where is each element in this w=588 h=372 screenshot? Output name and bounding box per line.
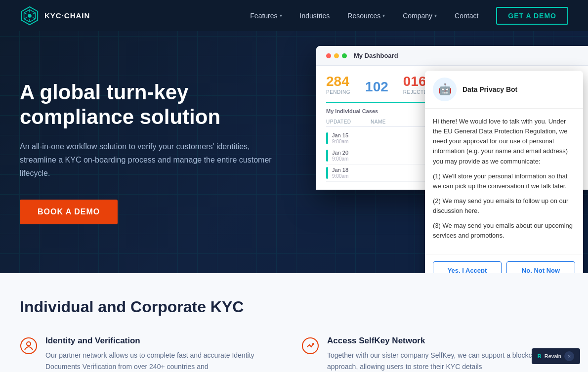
- feature-selfkey: Access SelfKey Network Together with our…: [301, 336, 568, 372]
- logo[interactable]: KYC·CHAIN: [20, 6, 90, 26]
- selfkey-icon: [301, 337, 319, 355]
- feature-identity-content: Identity and Verification Our partner ne…: [45, 336, 287, 372]
- chatbot-avatar: 🤖: [433, 78, 457, 101]
- nav-industries[interactable]: Industries: [300, 12, 330, 20]
- chat-para-2: (1) We'll store your personal informatio…: [433, 171, 575, 191]
- stat-label-pending: PENDING: [326, 89, 350, 95]
- identity-icon: [20, 337, 38, 355]
- chatbot-actions: Yes, I Accept No, Not Now: [425, 254, 583, 273]
- chatbot-info: Data Privacy Bot: [462, 85, 517, 93]
- svg-line-4: [33, 12, 35, 14]
- chevron-down-icon-resources: ▾: [382, 13, 385, 18]
- chatbot-name: Data Privacy Bot: [462, 85, 517, 93]
- svg-line-5: [33, 17, 35, 19]
- book-demo-button[interactable]: BOOK A DEMO: [20, 200, 118, 224]
- row-date-1: Jan 159:00am: [332, 132, 377, 144]
- row-indicator: [326, 167, 328, 179]
- revain-close-button[interactable]: ×: [564, 351, 574, 361]
- hero-section: A global turn-key compliance solution An…: [0, 31, 588, 273]
- stat-value-mid: 102: [365, 79, 388, 95]
- chatbot-widget: 🤖 Data Privacy Bot Hi there! We would lo…: [425, 71, 583, 273]
- logo-icon: [20, 6, 40, 26]
- feature-selfkey-title: Access SelfKey Network: [327, 336, 568, 346]
- section-title: Individual and Corporate KYC: [20, 298, 568, 316]
- navbar: KYC·CHAIN Features ▾ Industries Resource…: [0, 0, 588, 31]
- revain-icon: R: [538, 353, 542, 359]
- revain-badge: R Revain ×: [532, 348, 580, 364]
- revain-label: Revain: [545, 353, 561, 359]
- hero-title: A global turn-key compliance solution: [20, 80, 287, 130]
- nav-features[interactable]: Features ▾: [250, 12, 282, 20]
- row-indicator: [326, 150, 328, 162]
- svg-point-2: [28, 14, 32, 18]
- accept-button[interactable]: Yes, I Accept: [433, 261, 502, 273]
- svg-point-12: [312, 343, 314, 345]
- traffic-light-red: [326, 53, 331, 58]
- brand-name: KYC·CHAIN: [44, 11, 90, 20]
- stat-value-pending: 284: [326, 74, 350, 89]
- bot-icon: 🤖: [438, 83, 452, 96]
- nav-links: Features ▾ Industries Resources ▾ Compan…: [250, 7, 568, 25]
- chatbot-body: Hi there! We would love to talk with you…: [425, 109, 583, 254]
- chevron-down-icon: ▾: [280, 13, 282, 18]
- features-grid: Identity and Verification Our partner ne…: [20, 336, 568, 372]
- hero-subtitle: An all-in-one workflow solution to verif…: [20, 140, 287, 180]
- traffic-light-yellow: [334, 53, 339, 58]
- nav-company[interactable]: Company ▾: [403, 12, 437, 20]
- col-updated: UPDATED: [326, 119, 371, 124]
- feature-identity: Identity and Verification Our partner ne…: [20, 336, 287, 372]
- feature-identity-desc: Our partner network allows us to complet…: [45, 350, 287, 372]
- row-date-3: Jan 189:00am: [332, 167, 377, 179]
- kyc-section: Individual and Corporate KYC Identity an…: [0, 273, 588, 372]
- chevron-down-icon-company: ▾: [434, 13, 437, 18]
- svg-line-8: [24, 12, 27, 14]
- dashboard-header: My Dashboard: [316, 46, 588, 66]
- hero-content: A global turn-key compliance solution An…: [0, 50, 306, 254]
- svg-line-7: [24, 17, 27, 19]
- stat-pending: 284 PENDING: [326, 74, 350, 95]
- nav-contact[interactable]: Contact: [455, 12, 478, 20]
- nav-resources[interactable]: Resources ▾: [347, 12, 385, 20]
- row-date-2: Jan 209:00am: [332, 150, 377, 162]
- row-indicator: [326, 132, 328, 144]
- chat-para-1: Hi there! We would love to talk with you…: [433, 117, 575, 166]
- chatbot-header: 🤖 Data Privacy Bot: [425, 71, 583, 109]
- chat-para-4: (3) We may send you emails about our upc…: [433, 221, 575, 241]
- chat-para-3: (2) We may send you emails to follow up …: [433, 196, 575, 216]
- stat-mid: 102: [365, 79, 388, 95]
- dashboard-title: My Dashboard: [354, 52, 398, 59]
- feature-identity-title: Identity and Verification: [45, 336, 287, 346]
- get-demo-button[interactable]: GET A DEMO: [496, 7, 568, 25]
- traffic-light-green: [342, 53, 347, 58]
- svg-point-10: [27, 342, 31, 346]
- decline-button[interactable]: No, Not Now: [506, 261, 575, 273]
